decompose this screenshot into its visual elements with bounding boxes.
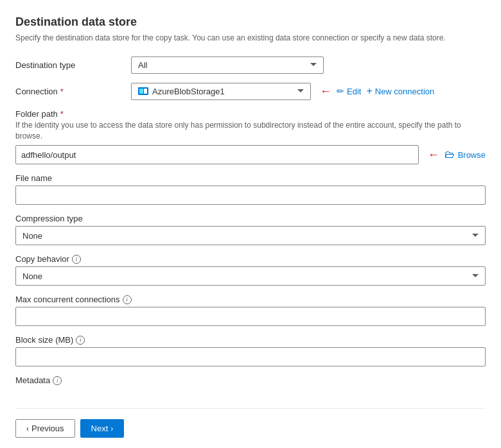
browse-label: Browse — [458, 150, 486, 160]
folder-path-red-arrow: ← — [428, 148, 439, 162]
connection-chevron-icon — [297, 89, 304, 93]
copy-behavior-value: None — [22, 271, 42, 281]
connection-select[interactable]: AzureBlobStorage1 — [131, 83, 311, 100]
destination-type-chevron-icon — [310, 63, 317, 67]
metadata-info-icon[interactable]: i — [53, 376, 62, 385]
max-concurrent-section: Max concurrent connections i — [15, 295, 486, 326]
compression-type-section: Compression type None — [15, 214, 486, 245]
folder-path-required-star: * — [60, 109, 64, 119]
copy-behavior-info-icon[interactable]: i — [72, 255, 81, 264]
copy-behavior-chevron-icon — [472, 274, 479, 278]
block-size-label-row: Block size (MB) i — [15, 335, 486, 345]
max-concurrent-input[interactable] — [15, 307, 486, 326]
file-name-input[interactable] — [15, 185, 486, 205]
destination-type-label: Destination type — [15, 60, 131, 70]
new-connection-label: New connection — [375, 87, 435, 96]
connection-red-arrow: ← — [320, 85, 331, 98]
file-name-section: File name — [15, 173, 486, 205]
next-label: Next — [91, 424, 109, 433]
destination-type-select[interactable]: All — [131, 56, 324, 74]
folder-path-section: Folder path * If the identity you use to… — [15, 109, 486, 165]
block-size-input[interactable] — [15, 347, 486, 366]
folder-path-input[interactable] — [15, 145, 419, 164]
destination-type-row: Destination type All — [15, 56, 486, 74]
folder-path-label: Folder path * — [15, 109, 486, 119]
new-connection-button[interactable]: + New connection — [366, 85, 434, 97]
compression-type-chevron-icon — [472, 234, 479, 237]
new-connection-plus-icon: + — [366, 85, 372, 97]
connection-required-star: * — [60, 87, 64, 96]
azure-blob-icon — [138, 87, 148, 95]
footer: ‹ Previous Next › — [15, 408, 486, 438]
copy-behavior-select[interactable]: None — [15, 266, 486, 286]
edit-button[interactable]: ✏ Edit — [337, 86, 361, 96]
next-chevron-icon: › — [110, 424, 113, 433]
max-concurrent-info-icon[interactable]: i — [123, 295, 132, 304]
folder-path-description: If the identity you use to access the da… — [15, 120, 486, 142]
copy-behavior-section: Copy behavior i None — [15, 254, 486, 286]
browse-folder-icon: 🗁 — [444, 149, 455, 160]
page-subtitle: Specify the destination data store for t… — [15, 33, 486, 44]
block-size-info-icon[interactable]: i — [76, 336, 85, 345]
previous-chevron-icon: ‹ — [26, 424, 29, 433]
compression-type-label: Compression type — [15, 214, 486, 223]
next-button[interactable]: Next › — [80, 419, 125, 438]
copy-behavior-label-row: Copy behavior i — [15, 254, 486, 264]
connection-value: AzureBlobStorage1 — [152, 87, 225, 96]
metadata-label-row: Metadata i — [15, 375, 486, 385]
edit-label: Edit — [347, 87, 361, 96]
connection-row: Connection * AzureBlobStorage1 ← ✏ Edit — [15, 83, 486, 100]
previous-label: Previous — [31, 424, 64, 433]
file-name-label: File name — [15, 173, 486, 183]
metadata-section: Metadata i — [15, 375, 486, 385]
browse-button[interactable]: 🗁 Browse — [444, 149, 486, 160]
metadata-label: Metadata — [15, 375, 50, 385]
block-size-label: Block size (MB) — [15, 335, 73, 345]
connection-label: Connection * — [15, 87, 131, 96]
destination-type-value: All — [138, 60, 147, 70]
edit-pencil-icon: ✏ — [337, 86, 344, 96]
copy-behavior-label: Copy behavior — [15, 254, 69, 264]
compression-type-value: None — [22, 231, 42, 241]
block-size-section: Block size (MB) i — [15, 335, 486, 366]
page-title: Destination data store — [15, 15, 486, 29]
compression-type-select[interactable]: None — [15, 226, 486, 245]
previous-button[interactable]: ‹ Previous — [15, 419, 75, 438]
max-concurrent-label-row: Max concurrent connections i — [15, 295, 486, 304]
max-concurrent-label: Max concurrent connections — [15, 295, 120, 304]
